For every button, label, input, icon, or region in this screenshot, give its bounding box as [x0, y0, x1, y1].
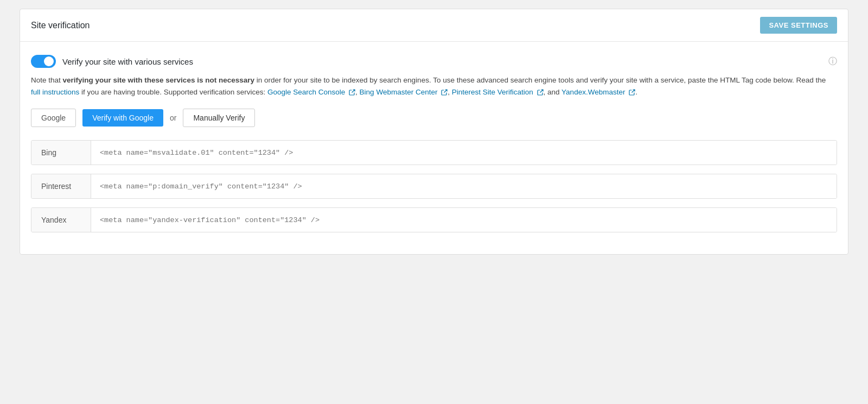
- page-title: Site verification: [31, 21, 90, 30]
- google-button[interactable]: Google: [31, 109, 76, 127]
- toggle-slider: [31, 55, 56, 68]
- external-link-icon-bing: [441, 89, 448, 96]
- pinterest-verification-link[interactable]: Pinterest Site Verification: [452, 88, 533, 96]
- yandex-meta-input[interactable]: [91, 208, 837, 232]
- pinterest-meta-row: Pinterest: [31, 174, 837, 199]
- external-link-icon-yandex: [629, 89, 635, 96]
- external-link-icon-google: [349, 89, 355, 96]
- full-instructions-link[interactable]: full instructions: [31, 88, 79, 96]
- or-separator: or: [170, 113, 176, 122]
- yandex-webmaster-link[interactable]: Yandex.Webmaster: [561, 88, 625, 96]
- external-link-icon-pinterest: [537, 89, 544, 96]
- verify-toggle[interactable]: [31, 55, 56, 68]
- bing-meta-input[interactable]: [91, 141, 837, 165]
- info-icon[interactable]: ⓘ: [828, 56, 837, 67]
- yandex-label: Yandex: [31, 208, 91, 232]
- bing-label: Bing: [31, 141, 91, 165]
- bing-webmaster-link[interactable]: Bing Webmaster Center: [360, 88, 438, 96]
- toggle-label: Verify your site with various services: [62, 57, 193, 66]
- google-search-console-link[interactable]: Google Search Console: [267, 88, 345, 96]
- description-text: Note that verifying your site with these…: [31, 74, 837, 98]
- bold-warning: verifying your site with these services …: [63, 76, 254, 84]
- yandex-meta-row: Yandex: [31, 207, 837, 232]
- google-verification-row: Google Verify with Google or Manually Ve…: [31, 109, 837, 127]
- verify-with-google-button[interactable]: Verify with Google: [82, 109, 163, 127]
- save-settings-button[interactable]: SAVE SETTINGS: [760, 17, 837, 34]
- pinterest-meta-input[interactable]: [91, 174, 837, 198]
- bing-meta-row: Bing: [31, 140, 837, 165]
- pinterest-label: Pinterest: [31, 174, 91, 198]
- manually-verify-button[interactable]: Manually Verify: [183, 109, 255, 127]
